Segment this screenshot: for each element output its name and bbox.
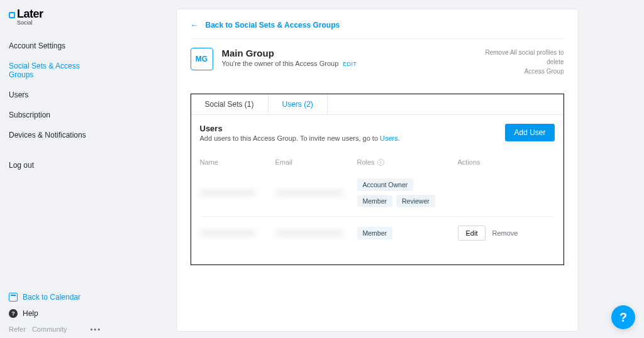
add-user-button[interactable]: Add User [505, 124, 554, 141]
arrow-left-icon: ← [191, 21, 199, 30]
main: ← Back to Social Sets & Access Groups MG… [110, 0, 644, 338]
cell-name [200, 190, 255, 196]
remove-link[interactable]: Remove [492, 229, 518, 237]
help-icon: ? [9, 309, 18, 318]
role-pill: Member [357, 227, 393, 239]
sidebar-item-account-settings[interactable]: Account Settings [0, 36, 110, 56]
cell-roles: Account Owner Member Reviewer [357, 178, 452, 207]
cell-name [200, 230, 255, 236]
sidebar-item-social-sets[interactable]: Social Sets & Access Groups [0, 56, 110, 85]
content-card: ← Back to Social Sets & Access Groups MG… [176, 9, 579, 332]
footer-community-link[interactable]: Community [32, 325, 67, 333]
back-to-calendar-link[interactable]: Back to Calendar [9, 289, 101, 305]
users-subtitle-link[interactable]: Users [380, 134, 398, 142]
calendar-icon [9, 293, 18, 302]
table-header: Name Email Roles i Actions [200, 158, 555, 170]
tabs: Social Sets (1) Users (2) [191, 94, 564, 115]
group-delete-hint: Remove All social profiles to delete Acc… [470, 48, 564, 76]
group-header: MG Main Group You're the owner of this A… [191, 48, 564, 76]
back-link[interactable]: ← Back to Social Sets & Access Groups [191, 21, 564, 38]
sidebar-item-devices[interactable]: Devices & Notifications [0, 125, 110, 145]
tab-users[interactable]: Users (2) [269, 94, 328, 114]
sidebar-nav: Account Settings Social Sets & Access Gr… [0, 36, 110, 175]
logo-mark-icon [9, 12, 15, 18]
th-email: Email [275, 158, 351, 166]
users-table: Name Email Roles i Actions [200, 158, 555, 249]
back-link-label: Back to Social Sets & Access Groups [206, 21, 340, 30]
cell-roles: Member [357, 227, 452, 239]
role-pill: Account Owner [357, 178, 414, 191]
logo: Later Social [0, 8, 110, 31]
sidebar-item-users[interactable]: Users [0, 85, 110, 105]
group-edit-link[interactable]: EDIT [343, 61, 357, 67]
th-actions: Actions [458, 158, 555, 166]
cell-email [275, 230, 343, 236]
table-row: Account Owner Member Reviewer [200, 170, 555, 217]
divider [191, 38, 564, 39]
footer-refer-link[interactable]: Refer [9, 325, 26, 333]
sidebar-bottom: Back to Calendar ? Help Refer Community … [0, 289, 110, 333]
group-subtitle: You're the owner of this Access Group ED… [222, 60, 357, 67]
edit-button[interactable]: Edit [458, 226, 486, 241]
group-title: Main Group [222, 48, 357, 58]
logo-brand: Later [17, 8, 43, 21]
panel-body: Users Add users to this Access Group. To… [191, 115, 564, 264]
th-name: Name [200, 158, 269, 166]
footer-more-icon[interactable]: ••• [90, 325, 101, 333]
th-roles: Roles i [357, 158, 452, 166]
logo-subbrand: Social [17, 19, 101, 26]
sidebar-footer: Refer Community ••• [9, 322, 101, 333]
sidebar-item-subscription[interactable]: Subscription [0, 105, 110, 125]
help-fab-button[interactable]: ? [611, 305, 635, 329]
info-icon[interactable]: i [377, 159, 384, 166]
role-pill: Member [357, 195, 393, 207]
table-row: Member Edit Remove [200, 217, 555, 249]
sidebar-item-logout[interactable]: Log out [0, 155, 110, 175]
users-subtitle: Add users to this Access Group. To invit… [200, 134, 400, 142]
tab-social-sets[interactable]: Social Sets (1) [191, 94, 269, 114]
sidebar: Later Social Account Settings Social Set… [0, 0, 110, 338]
users-panel: Social Sets (1) Users (2) Users Add user… [191, 94, 564, 265]
group-avatar: MG [191, 48, 213, 70]
cell-actions: Edit Remove [458, 226, 555, 241]
back-to-calendar-label: Back to Calendar [23, 293, 80, 302]
users-heading: Users [200, 124, 400, 133]
help-label: Help [23, 309, 38, 318]
role-pill: Reviewer [396, 195, 435, 207]
users-header: Users Add users to this Access Group. To… [200, 124, 555, 142]
cell-email [275, 190, 343, 196]
help-link[interactable]: ? Help [9, 305, 101, 322]
